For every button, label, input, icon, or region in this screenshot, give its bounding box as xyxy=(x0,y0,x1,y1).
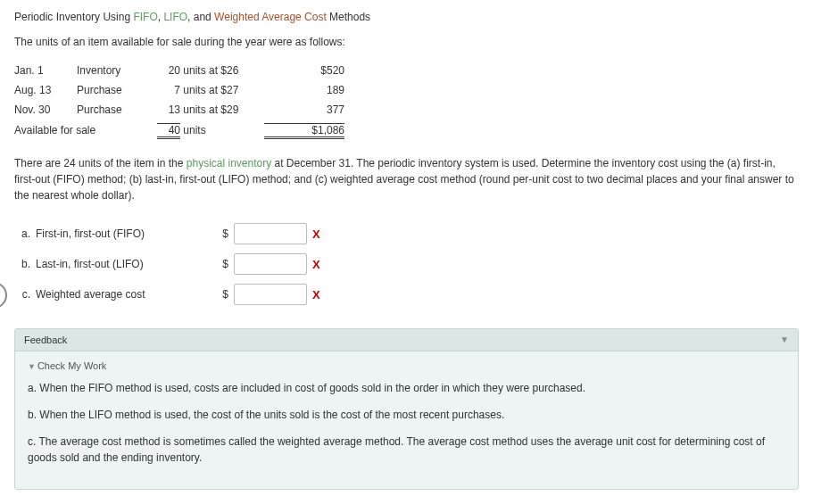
feedback-line-a: a. When the FIFO method is used, costs a… xyxy=(28,380,785,396)
answer-label: Last-in, first-out (LIFO) xyxy=(36,252,220,277)
check-my-work-link[interactable]: ▼Check My Work xyxy=(28,360,785,371)
incorrect-mark-icon: X xyxy=(312,282,326,307)
fifo-input[interactable] xyxy=(234,223,307,244)
cell-total-amount: $1,086 xyxy=(264,120,344,143)
question-prompt: There are 24 units of the item in the ph… xyxy=(14,155,799,203)
title-wavg: Weighted Average Cost xyxy=(214,11,327,23)
physical-inventory-link[interactable]: physical inventory xyxy=(187,157,271,169)
intro-text: The units of an item available for sale … xyxy=(14,36,799,48)
prompt-text-1: There are 24 units of the item in the xyxy=(14,157,187,169)
check-my-work-label: Check My Work xyxy=(37,360,106,371)
answer-row-wavg: c. Weighted average cost $ X xyxy=(14,282,326,307)
answer-row-lifo: b. Last-in, first-out (LIFO) $ X xyxy=(14,252,326,277)
title-lifo: LIFO xyxy=(163,11,187,23)
cell-total-label: Available for sale xyxy=(14,120,157,143)
answer-row-fifo: a. First-in, first-out (FIFO) $ X xyxy=(14,221,326,246)
question-title: Periodic Inventory Using FIFO, LIFO, and… xyxy=(14,11,799,23)
title-sep2: , and xyxy=(187,11,214,23)
table-row: Aug. 13 Purchase 7 units at $27 189 xyxy=(14,80,344,100)
cell-amount: 377 xyxy=(264,100,344,120)
answer-label: First-in, first-out (FIFO) xyxy=(36,221,220,246)
cell-desc: Purchase xyxy=(77,100,157,120)
answer-letter: a. xyxy=(14,221,36,246)
cell-qty: 20 units at $26 xyxy=(157,61,264,80)
feedback-header[interactable]: Feedback ▼ xyxy=(15,329,798,351)
lifo-input[interactable] xyxy=(234,253,307,275)
answer-table: a. First-in, first-out (FIFO) $ X b. Las… xyxy=(14,216,326,312)
cell-amount: $520 xyxy=(264,61,344,80)
cell-total-qty: 40 units xyxy=(157,120,264,143)
cell-desc: Purchase xyxy=(77,80,157,100)
feedback-title: Feedback xyxy=(24,335,67,345)
feedback-body: ▼Check My Work a. When the FIFO method i… xyxy=(15,351,798,489)
feedback-line-b: b. When the LIFO method is used, the cos… xyxy=(28,407,785,423)
cell-qty: 7 units at $27 xyxy=(157,80,264,100)
answer-label: Weighted average cost xyxy=(36,282,220,307)
title-text-2: Methods xyxy=(327,11,370,23)
inventory-table: Jan. 1 Inventory 20 units at $26 $520 Au… xyxy=(14,61,344,143)
answer-letter: c. xyxy=(14,282,36,307)
feedback-line-c: c. The average cost method is sometimes … xyxy=(28,434,785,466)
currency-symbol: $ xyxy=(220,282,234,307)
cell-date: Nov. 30 xyxy=(14,100,77,120)
title-text-1: Periodic Inventory Using xyxy=(14,11,133,23)
wavg-input[interactable] xyxy=(234,284,307,305)
cell-qty: 13 units at $29 xyxy=(157,100,264,120)
triangle-icon: ▼ xyxy=(28,362,36,371)
title-fifo: FIFO xyxy=(133,11,157,23)
incorrect-mark-icon: X xyxy=(312,252,326,277)
cell-date: Aug. 13 xyxy=(14,80,77,100)
page-marker xyxy=(0,282,7,309)
feedback-panel: Feedback ▼ ▼Check My Work a. When the FI… xyxy=(14,328,799,490)
incorrect-mark-icon: X xyxy=(312,221,326,246)
table-row: Jan. 1 Inventory 20 units at $26 $520 xyxy=(14,61,344,80)
cell-desc: Inventory xyxy=(77,61,157,80)
answer-letter: b. xyxy=(14,252,36,277)
table-row: Nov. 30 Purchase 13 units at $29 377 xyxy=(14,100,344,120)
currency-symbol: $ xyxy=(220,252,234,277)
currency-symbol: $ xyxy=(220,221,234,246)
cell-date: Jan. 1 xyxy=(14,61,77,80)
cell-amount: 189 xyxy=(264,80,344,100)
collapse-icon: ▼ xyxy=(780,335,789,344)
table-total-row: Available for sale 40 units $1,086 xyxy=(14,120,344,143)
